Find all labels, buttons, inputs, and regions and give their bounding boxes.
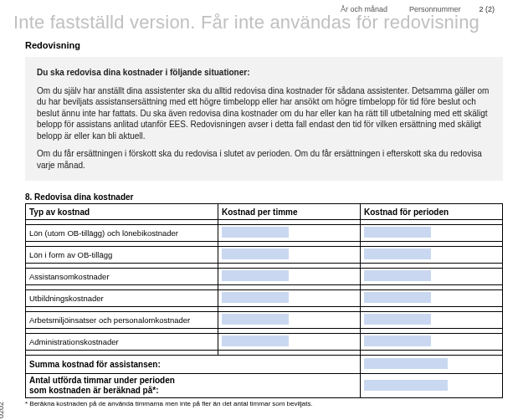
sum-label: Summa kostnad för assistansen: [26, 356, 361, 374]
cost-per-period-input[interactable] [364, 270, 431, 281]
cost-per-period-input[interactable] [364, 227, 431, 238]
cost-per-hour-input[interactable] [222, 248, 289, 259]
info-box: Du ska redovisa dina kostnader i följand… [25, 57, 503, 181]
cost-type-label: Utbildningskostnader [26, 290, 218, 307]
question8-title: 8. Redovisa dina kostnader [25, 192, 503, 202]
cost-per-period-input[interactable] [364, 292, 431, 303]
cost-per-hour-input[interactable] [222, 270, 289, 281]
cost-type-label: Lön i form av OB-tillägg [26, 247, 218, 264]
col-type: Typ av kostnad [26, 204, 218, 220]
cost-type-label: Lön (utom OB-tillägg) och lönebikostnade… [26, 225, 218, 242]
sum-period-input[interactable] [364, 358, 448, 369]
table-row: Lön i form av OB-tillägg [26, 247, 503, 264]
footnote: * Beräkna kostnaden på de använda timmar… [25, 400, 503, 407]
cost-table: Typ av kostnad Kostnad per timme Kostnad… [25, 203, 503, 398]
page-number: 2 (2) [479, 5, 495, 13]
form-code: 0202 [0, 402, 5, 418]
col-per-hour: Kostnad per timme [218, 204, 361, 220]
table-row: Arbetsmiljöinsatser och personalomkostna… [26, 312, 503, 329]
cost-per-period-input[interactable] [364, 248, 431, 259]
info-paragraph: Om du själv har anställt dina assistente… [37, 85, 491, 142]
info-paragraph: Du ska redovisa dina kostnader i följand… [37, 67, 491, 79]
table-row: Assistansomkostnader [26, 269, 503, 285]
cost-type-label: Assistansomkostnader [26, 269, 218, 285]
cost-type-label: Arbetsmiljöinsatser och personalomkostna… [26, 312, 218, 329]
hours-input[interactable] [364, 380, 448, 391]
table-row: Utbildningskostnader [26, 290, 503, 307]
cost-per-hour-input[interactable] [222, 314, 289, 325]
hours-label: Antal utförda timmar under perioden som … [26, 374, 361, 398]
table-row: Lön (utom OB-tillägg) och lönebikostnade… [26, 225, 503, 242]
cost-per-hour-input[interactable] [222, 227, 289, 238]
sum-row: Summa kostnad för assistansen: [26, 356, 503, 374]
cost-per-period-input[interactable] [364, 314, 431, 325]
table-row: Administrationskostnader [26, 334, 503, 351]
cost-per-hour-input[interactable] [222, 335, 289, 346]
cost-per-period-input[interactable] [364, 335, 431, 346]
col-per-period: Kostnad för perioden [361, 204, 503, 220]
cost-type-label: Administrationskostnader [26, 334, 218, 351]
cost-per-hour-input[interactable] [222, 292, 289, 303]
info-paragraph: Om du får ersättningen i förskott ska du… [37, 148, 491, 171]
hours-row: Antal utförda timmar under perioden som … [26, 374, 503, 398]
watermark-text: Inte fastställd version. Får inte använd… [13, 12, 480, 33]
section-title: Redovisning [25, 40, 503, 50]
